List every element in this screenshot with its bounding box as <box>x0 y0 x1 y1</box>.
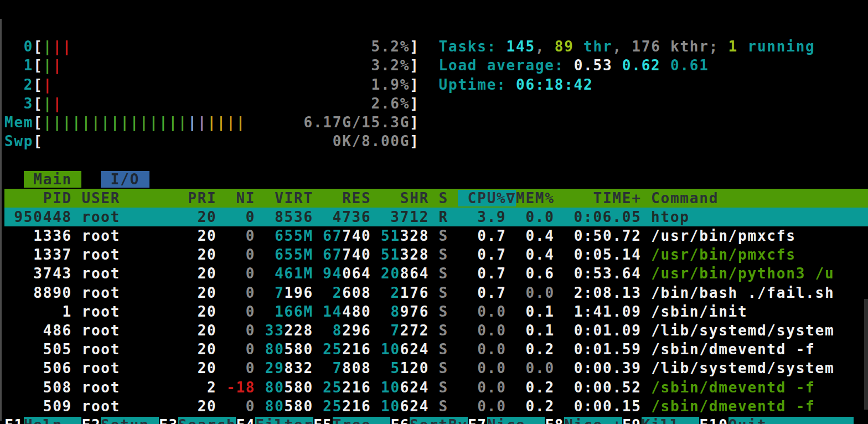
tasks-label: Tasks: <box>439 38 507 55</box>
process-row[interactable]: 505 root 20 0 80580 25216 10624 S 0.0 0.… <box>4 340 868 359</box>
text-segment: 832 <box>285 360 313 376</box>
text-segment: 580 <box>285 379 313 396</box>
process-row[interactable]: 1 root 20 0 166M 14480 8976 S 0.0 0.1 1:… <box>4 302 868 321</box>
text-segment: 7 <box>333 360 342 376</box>
text-segment: 0:50.72 <box>555 227 642 244</box>
process-row[interactable]: 506 root 20 0 29832 7808 5120 S 0.0 0.0 … <box>4 359 868 378</box>
text-segment: 228 <box>285 322 313 339</box>
text-segment <box>43 133 333 149</box>
tab-bar: Main I/O <box>4 170 868 189</box>
text-segment: 0.2 <box>516 398 555 415</box>
column-headers[interactable]: MEM% TIME+ Command <box>516 190 868 206</box>
text-segment <box>255 303 275 320</box>
text-segment: 0 <box>217 341 256 358</box>
process-row[interactable]: 508 root 2 -18 80580 25216 10624 S 0.0 0… <box>4 378 868 397</box>
fkey-f7[interactable]: F7 <box>468 417 487 424</box>
process-row[interactable]: 3743 root 20 0 461M 94064 20864 S 0.7 0.… <box>4 264 868 283</box>
text-segment: 0 <box>217 303 256 320</box>
fkey-f2[interactable]: F2 <box>81 417 101 424</box>
fkey-f8[interactable]: F8 <box>545 417 564 424</box>
text-segment: 608 <box>342 285 371 301</box>
meter-bracket: [ <box>33 38 43 55</box>
text-segment <box>255 398 265 415</box>
column-cpu-sorted[interactable]: CPU% <box>458 190 506 206</box>
tab-main[interactable]: Main <box>24 171 82 188</box>
process-row[interactable]: 1337 root 20 0 655M 67740 51328 S 0.7 0.… <box>4 245 868 264</box>
fkey-f1-label[interactable]: Help <box>24 417 82 424</box>
fkey-f4[interactable]: F4 <box>236 417 255 424</box>
fkey-f10[interactable]: F10 <box>699 417 728 424</box>
meter-row-cpu2: 2[| 1.9%] Uptime: 06:18:42 <box>4 75 868 94</box>
text-segment: /sbin/dmeventd -f <box>642 341 815 358</box>
sort-arrow-icon[interactable]: ∇ <box>507 190 516 206</box>
text-segment: 0.4 <box>516 227 555 244</box>
text-segment: 328 <box>400 227 429 244</box>
process-table-header[interactable]: PID USER PRI NI VIRT RES SHR S CPU%∇MEM%… <box>4 189 868 208</box>
text-segment <box>255 360 265 376</box>
cpu-tick: | <box>53 57 62 74</box>
text-segment: 10 <box>381 398 400 415</box>
load-1min: 0.53 <box>574 57 613 74</box>
text-segment: /usr/bin/pmxcfs <box>651 246 796 263</box>
fkey-f3[interactable]: F3 <box>159 417 178 424</box>
text-segment: S <box>429 246 448 263</box>
text-segment <box>4 171 24 188</box>
text-segment: 0.0 <box>516 285 555 301</box>
process-row[interactable]: 8890 root 20 0 7196 2608 2176 S 0.7 0.0 … <box>4 283 868 302</box>
fkey-f9-label[interactable]: Kill <box>642 417 700 424</box>
text-segment: 509 root 20 <box>4 398 217 415</box>
process-row-selected[interactable]: 950448 root 20 0 8536 4736 3712 R 3.9 0.… <box>4 208 868 226</box>
text-segment <box>255 227 275 244</box>
fkey-f2-label[interactable]: Setup <box>101 417 159 424</box>
process-row[interactable]: 509 root 20 0 80580 25216 10624 S 0.0 0.… <box>4 397 868 416</box>
text-segment: 80 <box>265 341 285 358</box>
cpu1-percent: 3.2% <box>371 57 410 74</box>
meter-bracket: ] <box>410 133 419 149</box>
text-segment: 51 <box>381 246 400 263</box>
blank-row <box>4 18 868 37</box>
fkey-f6[interactable]: F6 <box>390 417 410 424</box>
text-segment: 0.7 <box>448 246 507 263</box>
fkey-f3-label[interactable]: Search <box>178 417 236 424</box>
text-segment: 0:53.64 <box>555 265 642 282</box>
fkey-f7-label[interactable]: Nice - <box>487 417 545 424</box>
text-segment: ; <box>709 38 728 55</box>
cpu-tick: || <box>53 38 72 55</box>
process-row[interactable]: 1336 root 20 0 655M 67740 51328 S 0.7 0.… <box>4 226 868 245</box>
text-segment: 0.2 <box>516 341 555 358</box>
fkey-f4-label[interactable]: Filter <box>255 417 313 424</box>
tab-io[interactable]: I/O <box>101 171 149 188</box>
text-segment: 25 <box>323 379 342 396</box>
fkey-f8-label[interactable]: Nice + <box>564 417 622 424</box>
process-row[interactable]: 486 root 20 0 33228 8296 7272 S 0.0 0.1 … <box>4 321 868 340</box>
text-segment: 064 <box>342 265 371 282</box>
swap-meter: Swp[ 0K/8.00G] <box>4 132 868 151</box>
running-count: 1 <box>728 38 738 55</box>
text-segment: 2 <box>333 285 342 301</box>
text-segment: S <box>429 322 448 339</box>
text-segment: 166M <box>275 303 313 320</box>
text-segment <box>81 171 101 188</box>
running-label: running <box>738 38 815 55</box>
fkey-f5[interactable]: F5 <box>313 417 333 424</box>
text-segment: 0.7 <box>448 285 507 301</box>
text-segment: 296 <box>342 322 371 339</box>
meter-bracket: ] <box>410 57 419 74</box>
fkey-f1[interactable]: F1 <box>4 417 24 424</box>
uptime-label: Uptime: <box>439 76 516 93</box>
memory-buffers-tick: | <box>188 114 197 131</box>
text-segment: 480 <box>342 303 371 320</box>
column-headers[interactable]: PID USER PRI NI VIRT RES SHR S <box>4 190 458 206</box>
fkey-f6-label[interactable]: SortBy <box>410 417 468 424</box>
text-segment: 0.0 <box>448 398 507 415</box>
fkey-f9[interactable]: F9 <box>622 417 642 424</box>
text-segment <box>507 285 516 301</box>
meter-bracket: [ <box>33 76 43 93</box>
threads-count: 89 <box>555 38 574 55</box>
fkey-f5-label[interactable]: Tree <box>333 417 391 424</box>
text-segment <box>642 246 651 263</box>
meter-row-cpu0: 0[||| 5.2%] Tasks: 145, 89 thr, 176 kthr… <box>4 37 868 56</box>
text-segment: 1336 root 20 <box>4 227 217 244</box>
text-segment: /lib/systemd/system <box>642 360 835 376</box>
fkey-f10-label[interactable]: Quit <box>728 417 854 424</box>
